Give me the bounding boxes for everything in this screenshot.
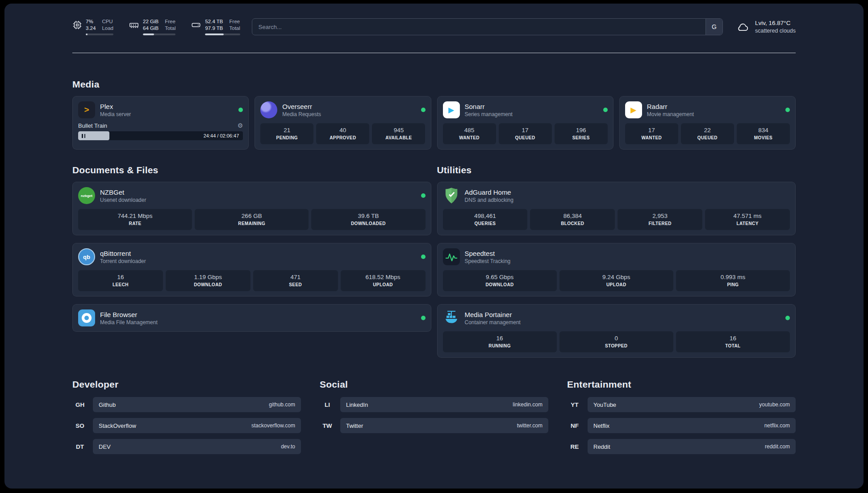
stat-box: 0 STOPPED: [559, 331, 673, 352]
bookmark-row: RE Reddit reddit.com: [567, 439, 796, 454]
disk-free-label: Free: [230, 18, 240, 25]
gear-icon[interactable]: ⚙: [238, 122, 243, 129]
bookmarks: Developer GH Github github.com SO StackO…: [72, 379, 796, 474]
stat-box: 618.52 Mbps UPLOAD: [341, 270, 426, 291]
status-dot: [421, 193, 426, 198]
app-card-sonarr[interactable]: ▶ Sonarr Series management 485 WANTED 17…: [437, 96, 613, 150]
section-title-developer: Developer: [72, 379, 301, 390]
bookmark-row: NF Netflix netflix.com: [567, 418, 796, 433]
app-card-nzbget[interactable]: nzbget NZBGet Usenet downloader 744.21 M…: [72, 182, 431, 235]
disk-progress-bar: [205, 33, 240, 35]
app-name: Speedtest: [465, 249, 511, 258]
stat-box: 40 APPROVED: [316, 123, 369, 144]
stat-box: 498,461 QUERIES: [443, 209, 528, 230]
bookmark-abbr: LI: [320, 401, 335, 408]
app-subtitle: Usenet downloader: [100, 196, 146, 204]
search-input[interactable]: [252, 19, 705, 35]
status-dot: [421, 316, 426, 320]
disk-widget: 52.4 TB 97.9 TB Free Total: [191, 18, 240, 35]
status-dot: [785, 108, 790, 112]
bookmark-row: GH Github github.com: [72, 397, 301, 412]
app-subtitle: Container management: [465, 319, 521, 326]
app-card-filebrowser[interactable]: File Browser Media File Management: [72, 304, 431, 332]
app-subtitle: Series management: [465, 111, 513, 118]
media-grid: > Plex Media server Bullet Train ⚙: [72, 96, 796, 150]
stat-box: 471 SEED: [253, 270, 338, 291]
bookmark-row: TW Twitter twitter.com: [320, 418, 548, 433]
dashboard: 7% 3.24 CPU Load: [4, 4, 864, 489]
stat-box: 834 MOVIES: [737, 123, 790, 144]
app-card-overseerr[interactable]: Overseerr Media Requests 21 PENDING 40 A…: [255, 96, 431, 150]
documents-column: Documents & Files nzbget NZBGet Usenet d…: [72, 165, 431, 332]
app-name: AdGuard Home: [465, 188, 513, 196]
ram-widget: 22 GiB 64 GiB Free Total: [129, 18, 175, 35]
radarr-icon: ▶: [625, 101, 642, 118]
system-widgets: 7% 3.24 CPU Load: [72, 18, 240, 35]
bookmark-stackoverflow[interactable]: StackOverflow stackoverflow.com: [93, 418, 301, 433]
app-name: Plex: [100, 102, 131, 111]
stat-box: 744.21 Mbps RATE: [78, 209, 192, 230]
stat-box: 9.24 Gbps UPLOAD: [559, 270, 673, 291]
bookmark-group-social: Social LI LinkedIn linkedin.com TW Twitt…: [320, 379, 548, 454]
app-card-speedtest[interactable]: Speedtest Speedtest Tracking 9.65 Gbps D…: [437, 243, 796, 297]
bookmark-abbr: RE: [567, 443, 582, 450]
cpu-widget: 7% 3.24 CPU Load: [72, 18, 113, 35]
disk-total-value: 97.9 TB: [205, 25, 223, 32]
bookmark-row: DT DEV dev.to: [72, 439, 301, 454]
stat-box: 196 SERIES: [555, 123, 608, 144]
app-name: Sonarr: [465, 102, 513, 111]
search-bar: G: [252, 18, 723, 35]
filebrowser-icon: [78, 309, 95, 326]
bookmark-reddit[interactable]: Reddit reddit.com: [588, 439, 796, 454]
app-subtitle: Media Requests: [282, 111, 321, 118]
section-title-media: Media: [72, 79, 796, 90]
playback-progress-bar[interactable]: 24:44 / 02:06:47: [78, 131, 243, 140]
cpu-label: CPU: [102, 18, 113, 25]
bookmark-row: LI LinkedIn linkedin.com: [320, 397, 548, 412]
utilities-column: Utilities: [437, 165, 796, 358]
app-card-qbittorrent[interactable]: qb qBittorrent Torrent downloader 16 LEE…: [72, 243, 431, 297]
app-card-adguard[interactable]: AdGuard Home DNS and adblocking 498,461 …: [437, 182, 796, 235]
weather-location: Lviv, 16.87°C: [755, 19, 796, 27]
bookmark-github[interactable]: Github github.com: [93, 397, 301, 412]
stat-box: 485 WANTED: [443, 123, 496, 144]
top-bar: 7% 3.24 CPU Load: [72, 4, 796, 38]
app-name: File Browser: [100, 310, 158, 319]
search-engine-button[interactable]: G: [705, 19, 722, 35]
bookmark-linkedin[interactable]: LinkedIn linkedin.com: [340, 397, 548, 412]
app-card-plex[interactable]: > Plex Media server Bullet Train ⚙: [72, 96, 249, 150]
status-dot: [421, 108, 426, 112]
section-title-entertainment: Entertainment: [567, 379, 796, 390]
cpu-progress-bar: [86, 33, 113, 35]
weather-widget[interactable]: Lviv, 16.87°C scattered clouds: [734, 19, 796, 34]
bookmark-youtube[interactable]: YouTube youtube.com: [588, 397, 796, 412]
app-subtitle: Media File Management: [100, 319, 158, 326]
plex-now-playing: Bullet Train ⚙ 24:44 / 02:06:47: [78, 122, 243, 140]
stat-box: 17 QUEUED: [499, 123, 552, 144]
section-title-social: Social: [320, 379, 548, 390]
pause-icon[interactable]: [82, 134, 85, 138]
ram-free-label: Free: [165, 18, 175, 25]
bookmark-abbr: GH: [72, 401, 88, 408]
app-card-portainer[interactable]: Media Portainer Container management 16 …: [437, 304, 796, 358]
portainer-icon: [443, 309, 460, 326]
topbar-divider: [72, 53, 796, 53]
bookmark-netflix[interactable]: Netflix netflix.com: [588, 418, 796, 433]
status-dot: [238, 108, 243, 112]
disk-total-label: Total: [230, 25, 240, 32]
ram-free-value: 22 GiB: [143, 18, 159, 25]
app-name: Media Portainer: [465, 310, 521, 319]
stat-box: 1.19 Gbps DOWNLOAD: [166, 270, 250, 291]
bookmark-row: SO StackOverflow stackoverflow.com: [72, 418, 301, 433]
app-subtitle: Speedtest Tracking: [465, 258, 511, 265]
app-subtitle: Torrent downloader: [100, 258, 146, 265]
app-name: Overseerr: [282, 102, 321, 111]
bookmark-row: YT YouTube youtube.com: [567, 397, 796, 412]
bookmark-twitter[interactable]: Twitter twitter.com: [340, 418, 548, 433]
app-card-radarr[interactable]: ▶ Radarr Movie management 17 WANTED 22 Q…: [619, 96, 796, 150]
stat-box: 16 LEECH: [78, 270, 163, 291]
bookmark-dev[interactable]: DEV dev.to: [93, 439, 301, 454]
bookmark-group-developer: Developer GH Github github.com SO StackO…: [72, 379, 301, 454]
bookmark-abbr: YT: [567, 401, 582, 408]
app-name: NZBGet: [100, 188, 146, 196]
